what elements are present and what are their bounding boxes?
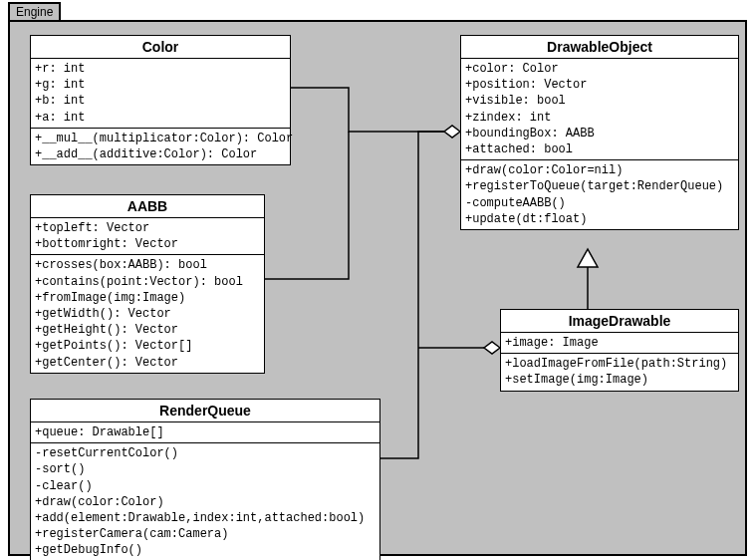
class-operations: +crosses(box:AABB): bool +contains(point… <box>31 255 264 372</box>
class-operations: +draw(color:Color=nil) +registerToQueue(… <box>461 160 738 229</box>
class-operations: +__mul__(multiplicator:Color): Color +__… <box>31 129 290 164</box>
class-color: Color +r: int +g: int +b: int +a: int +_… <box>30 35 291 165</box>
class-attributes: +queue: Drawable[] <box>31 422 379 443</box>
package-label: Engine <box>8 2 61 20</box>
class-drawableobject: DrawableObject +color: Color +position: … <box>460 35 739 230</box>
class-operations: +loadImageFromFile(path:String) +setImag… <box>501 354 738 390</box>
class-aabb: AABB +topleft: Vector +bottomright: Vect… <box>30 194 265 374</box>
class-title: RenderQueue <box>31 400 379 422</box>
class-title: DrawableObject <box>461 36 738 59</box>
class-attributes: +topleft: Vector +bottomright: Vector <box>31 218 264 255</box>
class-attributes: +r: int +g: int +b: int +a: int <box>31 59 290 129</box>
class-attributes: +image: Image <box>501 333 738 354</box>
class-title: Color <box>31 36 290 59</box>
diagram-canvas: Engine Color +r: int +g: int +b: int +a:… <box>0 0 753 560</box>
class-title: AABB <box>31 195 264 218</box>
class-attributes: +color: Color +position: Vector +visible… <box>461 59 738 160</box>
class-operations: -resetCurrentColor() -sort() -clear() +d… <box>31 443 379 560</box>
class-title: ImageDrawable <box>501 310 738 333</box>
class-renderqueue: RenderQueue +queue: Drawable[] -resetCur… <box>30 399 380 560</box>
class-imagedrawable: ImageDrawable +image: Image +loadImageFr… <box>500 309 739 392</box>
